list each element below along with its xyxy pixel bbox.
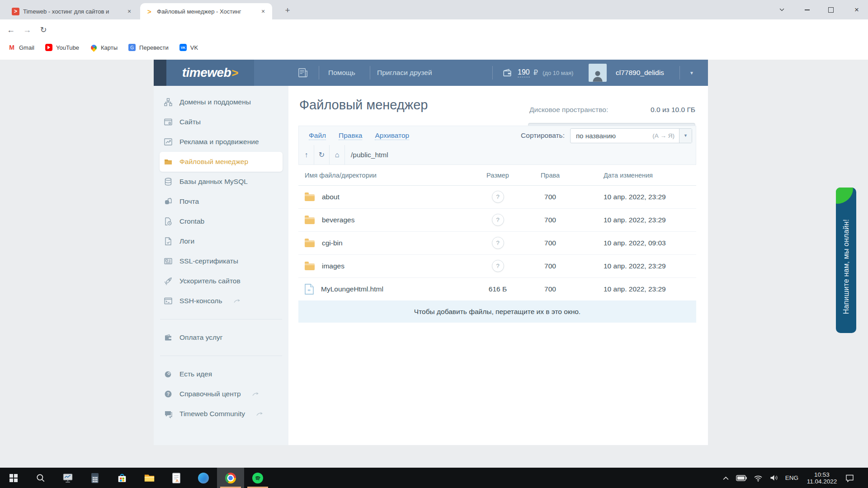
menu-archive[interactable]: Архиватор (375, 131, 409, 140)
sidebar-item-payment[interactable]: Оплата услуг (154, 328, 288, 347)
back-button[interactable]: ← (5, 23, 17, 36)
file-name[interactable]: images (322, 262, 344, 270)
sidebar-item-crontab[interactable]: Crontab (154, 211, 288, 231)
tab-close-icon[interactable] (125, 7, 133, 15)
news-button[interactable] (297, 60, 309, 86)
menu-edit[interactable]: Правка (339, 131, 362, 140)
sidebar-item-mail[interactable]: Почта (154, 192, 288, 211)
home-directory-button[interactable]: ⌂ (330, 145, 345, 164)
restore-icon (828, 7, 834, 13)
tab-file-manager[interactable]: Файловый менеджер - Хостинг (140, 3, 272, 19)
sidebar-item-community[interactable]: Timeweb Community (154, 404, 288, 424)
taskbar-chrome[interactable] (217, 468, 244, 488)
bookmark-vk[interactable]: VK (179, 44, 198, 51)
header-divider (319, 66, 319, 80)
terminal-icon (164, 296, 173, 305)
file-date: 10 апр. 2022, 23:29 (576, 262, 696, 270)
close-button[interactable] (846, 0, 867, 19)
column-size[interactable]: Размер (471, 172, 525, 179)
balance-value: 190 (518, 68, 530, 77)
size-unknown-badge[interactable]: ? (492, 214, 504, 226)
table-row[interactable]: about ? 700 10 апр. 2022, 23:29 (298, 185, 696, 209)
table-row[interactable]: ‹› MyLoungeHtml.html 616 Б 700 10 апр. 2… (298, 277, 696, 301)
logo-arrow: > (231, 66, 238, 80)
sidebar-item-ads[interactable]: Реклама и продвижение (154, 132, 288, 152)
size-unknown-badge[interactable]: ? (492, 237, 504, 249)
svg-text:?: ? (167, 391, 170, 397)
sidebar-item-ssh[interactable]: SSH-консоль (154, 291, 288, 311)
sidebar-item-label: Почта (179, 197, 199, 206)
table-row[interactable]: cgi-bin ? 700 10 апр. 2022, 09:03 (298, 231, 696, 255)
username[interactable]: cl77890_delidis (616, 60, 664, 86)
timeweb-logo[interactable]: timeweb > (166, 60, 254, 86)
balance-widget[interactable] (502, 60, 513, 86)
minimize-button[interactable] (797, 0, 817, 19)
size-unknown-badge[interactable]: ? (492, 191, 504, 203)
start-button[interactable] (0, 468, 27, 488)
online-chat-widget[interactable]: Напишите нам, мы онлайн! (836, 188, 856, 333)
sidebar-item-idea[interactable]: Есть идея (154, 364, 288, 384)
sidebar-item-accelerator[interactable]: Ускоритель сайтов (154, 271, 288, 291)
size-unknown-badge[interactable]: ? (492, 260, 504, 272)
taskbar-clock[interactable]: 10:53 11.04.2022 (805, 471, 839, 485)
tab-search-button[interactable] (771, 0, 792, 19)
table-row[interactable]: images ? 700 10 апр. 2022, 23:29 (298, 254, 696, 278)
taskbar-calculator[interactable] (81, 468, 108, 488)
sort-label: Сортировать: (521, 131, 565, 140)
bookmark-youtube[interactable]: YouTube (45, 44, 79, 51)
sidebar-item-logs[interactable]: Логи (154, 231, 288, 251)
sidebar-item-mysql[interactable]: Базы данных MySQL (154, 172, 288, 192)
chevron-down-icon[interactable] (679, 129, 692, 143)
battery-icon[interactable] (736, 474, 747, 482)
drop-zone[interactable]: Чтобы добавить файлы, перетащите их в эт… (298, 300, 696, 323)
balance-amount[interactable]: 190 (518, 60, 530, 86)
sidebar-item-label: Есть идея (179, 370, 212, 378)
file-name[interactable]: cgi-bin (322, 239, 343, 247)
sidebar-item-help-center[interactable]: ? Справочный центр (154, 384, 288, 404)
tab-close-icon[interactable] (259, 7, 267, 15)
taskbar-spotify[interactable] (244, 468, 271, 488)
volume-icon[interactable] (769, 474, 778, 482)
bookmark-gmail[interactable]: Gmail (8, 44, 34, 51)
column-date[interactable]: Дата изменения (576, 172, 696, 179)
language-indicator[interactable]: ENG (785, 474, 798, 481)
bookmark-maps[interactable]: Карты (90, 44, 118, 51)
chevron-down-icon (779, 8, 784, 11)
column-rights[interactable]: Права (525, 172, 576, 179)
restore-button[interactable] (821, 0, 841, 19)
taskbar-search[interactable] (27, 468, 54, 488)
taskbar-wordpad[interactable]: A (163, 468, 190, 488)
bookmark-translate[interactable]: Перевести (128, 44, 169, 51)
sidebar-item-ssl[interactable]: SSL-сертификаты (154, 251, 288, 271)
refresh-button[interactable]: ↻ (37, 23, 50, 36)
forward-button[interactable]: → (21, 23, 33, 36)
tab-timeweb-home[interactable]: Timeweb - хостинг для сайтов и (6, 3, 138, 19)
column-name[interactable]: Имя файла/директории (298, 172, 471, 179)
sidebar-item-domains[interactable]: Домены и поддомены (154, 92, 288, 112)
file-name[interactable]: MyLoungeHtml.html (321, 285, 383, 293)
file-name[interactable]: beverages (322, 216, 354, 224)
hidden-icons-chevron[interactable] (722, 475, 729, 481)
current-path[interactable]: /public_html (351, 145, 388, 164)
user-avatar[interactable] (589, 64, 607, 82)
invite-friends-menu-item[interactable]: Пригласи друзей (377, 60, 432, 86)
sidebar-item-sites[interactable]: Сайты (154, 112, 288, 132)
wifi-icon[interactable] (754, 474, 763, 482)
taskbar-edge[interactable] (190, 468, 217, 488)
help-menu-item[interactable]: Помощь (328, 60, 355, 86)
timeweb-header: timeweb > Помощь Пригласи друзей (154, 60, 708, 86)
new-tab-button[interactable] (283, 5, 292, 15)
menu-file[interactable]: Файл (309, 131, 326, 140)
taskbar-microsoft-store[interactable] (108, 468, 136, 488)
up-directory-button[interactable]: ↑ (299, 145, 314, 164)
file-name[interactable]: about (322, 193, 340, 201)
certificate-icon (164, 257, 173, 266)
taskbar-system-monitor[interactable] (54, 468, 81, 488)
table-row[interactable]: beverages ? 700 10 апр. 2022, 23:29 (298, 208, 696, 232)
sort-dropdown[interactable]: по названию (А → Я) (570, 128, 692, 143)
action-center-icon[interactable] (845, 474, 854, 482)
account-dropdown-button[interactable] (689, 60, 694, 86)
sidebar-item-file-manager[interactable]: Файловый менеджер (160, 152, 283, 172)
taskbar-file-explorer[interactable] (136, 468, 163, 488)
refresh-directory-button[interactable]: ↻ (314, 145, 330, 164)
